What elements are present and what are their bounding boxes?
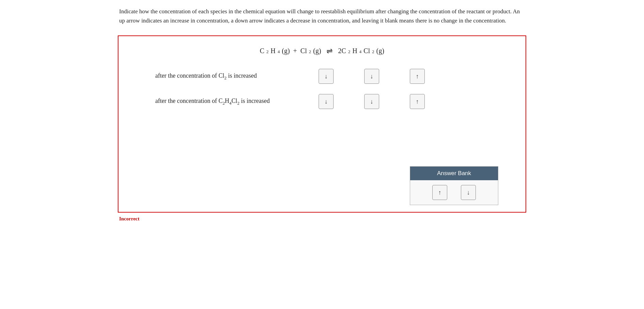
answer-bank-up-btn[interactable]: ↑ xyxy=(432,185,447,200)
arrows-group-2: ↓ ↓ ↑ xyxy=(312,94,509,109)
row2-btn1[interactable]: ↓ xyxy=(319,94,334,109)
question-row-1: after the concentration of Cl2 is increa… xyxy=(135,69,509,84)
questions-grid: after the concentration of Cl2 is increa… xyxy=(125,69,519,109)
main-question-box: C2H4(g) + Cl2(g) ⇌ 2C2H4Cl2(g) after the… xyxy=(118,35,526,213)
answer-bank-body: ↑ ↓ xyxy=(410,180,498,205)
row1-btn2[interactable]: ↓ xyxy=(364,69,379,84)
incorrect-label: Incorrect xyxy=(119,216,140,221)
row2-btn2[interactable]: ↓ xyxy=(364,94,379,109)
equation-row: C2H4(g) + Cl2(g) ⇌ 2C2H4Cl2(g) xyxy=(125,46,519,55)
row1-btn1[interactable]: ↓ xyxy=(319,69,334,84)
instructions: Indicate how the concentration of each s… xyxy=(118,7,526,25)
arrows-group-1: ↓ ↓ ↑ xyxy=(312,69,509,84)
row2-btn3[interactable]: ↑ xyxy=(410,94,425,109)
answer-bank-down-btn[interactable]: ↓ xyxy=(461,185,476,200)
instructions-text: Indicate how the concentration of each s… xyxy=(119,8,520,24)
row1-btn3[interactable]: ↑ xyxy=(410,69,425,84)
answer-bank-header: Answer Bank xyxy=(410,167,498,180)
question-row-2: after the concentration of C2H4Cl2 is in… xyxy=(135,94,509,109)
equation-display: C2H4(g) + Cl2(g) ⇌ 2C2H4Cl2(g) xyxy=(260,46,384,55)
question-label-2: after the concentration of C2H4Cl2 is in… xyxy=(135,97,305,106)
answer-bank: Answer Bank ↑ ↓ xyxy=(410,166,498,205)
status-text: Incorrect xyxy=(118,216,526,222)
question-label-1: after the concentration of Cl2 is increa… xyxy=(135,72,305,81)
